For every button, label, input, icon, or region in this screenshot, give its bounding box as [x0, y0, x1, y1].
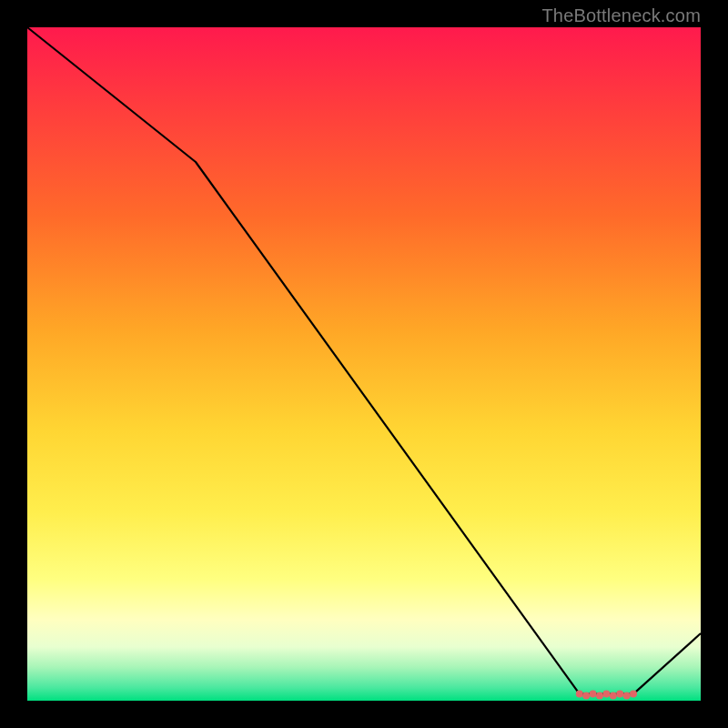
bottleneck-curve-line	[27, 27, 701, 694]
chart-frame: TheBottleneck.com	[0, 0, 728, 728]
attribution-text: TheBottleneck.com	[541, 5, 701, 26]
optimal-marker-dot	[596, 693, 603, 700]
optimal-marker-dot	[610, 693, 617, 700]
optimal-marker-dot	[576, 691, 583, 698]
bottleneck-curve-svg	[27, 27, 701, 701]
optimal-marker-dot	[602, 691, 610, 698]
optimal-marker-dot	[623, 693, 631, 700]
optimal-marker-band	[576, 691, 637, 700]
optimal-marker-dot	[590, 691, 597, 698]
optimal-marker-dot	[582, 693, 590, 700]
optimal-marker-dot	[630, 691, 637, 698]
optimal-marker-dot	[616, 691, 623, 698]
